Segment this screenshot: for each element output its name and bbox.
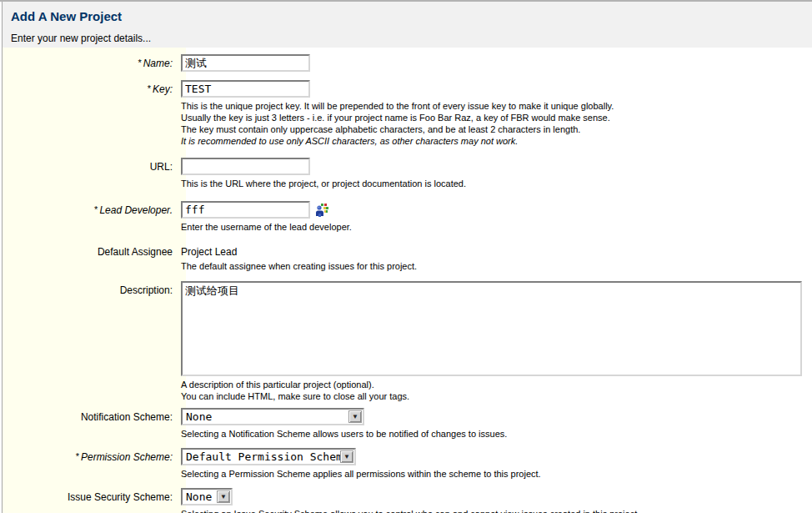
chevron-down-icon: ▼: [340, 450, 353, 463]
page-header: Add A New Project Enter your new project…: [3, 2, 812, 48]
required-marker: *: [94, 204, 98, 214]
lead-developer-label: *Lead Developer.: [3, 201, 179, 233]
required-marker: *: [148, 83, 151, 93]
add-project-page: Add A New Project Enter your new project…: [2, 2, 812, 513]
field-row-key: *Key: This is the unique project key. It…: [3, 80, 812, 147]
field-row-url: URL: This is the URL where the project, …: [3, 158, 812, 189]
url-input[interactable]: [181, 158, 310, 175]
field-row-notification-scheme: Notification Scheme: None ▼ Selecting a …: [3, 408, 812, 440]
description-label: Description:: [3, 281, 179, 402]
permission-scheme-label: *Permission Scheme:: [3, 448, 179, 480]
permission-scheme-select[interactable]: Default Permission Scheme ▼: [181, 448, 356, 465]
notification-scheme-select[interactable]: None ▼: [181, 408, 364, 425]
key-label: *Key:: [3, 80, 179, 147]
key-help: This is the unique project key. It will …: [181, 100, 812, 147]
url-help: This is the URL where the project, or pr…: [181, 178, 812, 189]
lead-developer-input[interactable]: [181, 201, 310, 219]
user-picker-button[interactable]: [315, 204, 328, 217]
issue-security-scheme-help: Selecting an Issue Security Scheme allow…: [181, 508, 812, 513]
name-input[interactable]: [181, 54, 310, 72]
field-row-name: *Name:: [3, 54, 812, 72]
issue-security-scheme-select[interactable]: None ▼: [181, 488, 233, 505]
name-label: *Name:: [3, 54, 179, 72]
page-subtitle: Enter your new project details...: [11, 33, 812, 44]
user-picker-icon: [315, 204, 328, 217]
description-help: A description of this particular project…: [181, 379, 812, 402]
notification-scheme-label: Notification Scheme:: [3, 408, 179, 440]
default-assignee-value: Project Lead: [181, 243, 812, 258]
issue-security-scheme-label: Issue Security Scheme:: [3, 488, 179, 513]
chevron-down-icon: ▼: [348, 410, 362, 423]
field-row-issue-security-scheme: Issue Security Scheme: None ▼ Selecting …: [3, 488, 812, 513]
url-label: URL:: [3, 158, 179, 189]
permission-scheme-help: Selecting a Permission Scheme applies al…: [181, 468, 812, 480]
field-row-description: Description: 测试给项目 A description of this…: [3, 281, 812, 402]
field-row-default-assignee: Default Assignee Project Lead The defaul…: [3, 243, 812, 272]
default-assignee-label: Default Assignee: [3, 243, 179, 272]
key-input[interactable]: [181, 80, 310, 98]
field-row-permission-scheme: *Permission Scheme: Default Permission S…: [3, 448, 812, 480]
required-marker: *: [138, 58, 141, 68]
description-textarea[interactable]: 测试给项目: [181, 281, 802, 376]
notification-scheme-help: Selecting a Notification Scheme allows u…: [181, 428, 812, 440]
page-title: Add A New Project: [11, 9, 812, 23]
required-marker: *: [76, 451, 79, 461]
default-assignee-help: The default assignee when creating issue…: [181, 260, 812, 272]
chevron-down-icon: ▼: [217, 490, 230, 503]
lead-developer-help: Enter the username of the lead developer…: [181, 221, 812, 233]
field-row-lead-developer: *Lead Developer. Enter the username of t…: [3, 201, 812, 233]
project-form: *Name: *Key: This is the unique project …: [3, 48, 812, 513]
